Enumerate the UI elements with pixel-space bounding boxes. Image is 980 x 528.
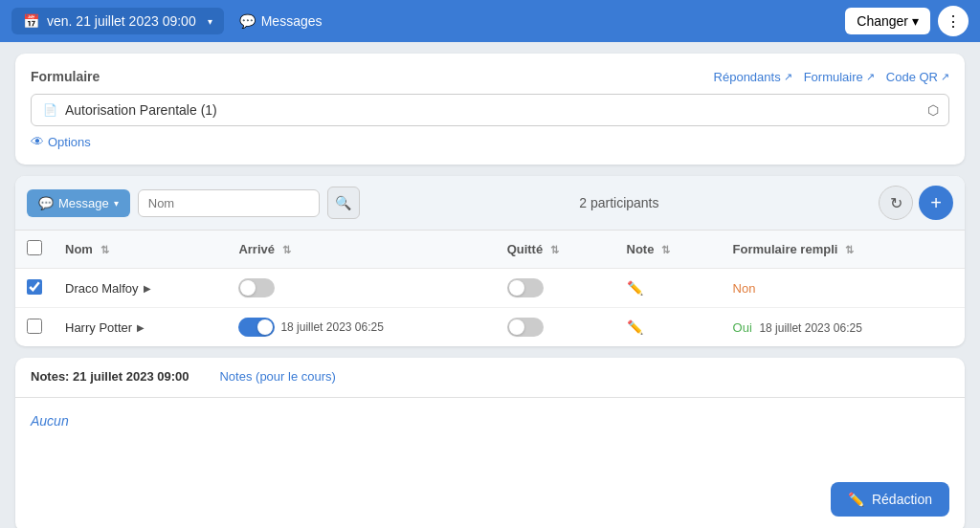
row2-arrive-cell: 18 juillet 2023 06:25: [227, 308, 495, 347]
toolbar-right: ↻ +: [879, 186, 953, 220]
redaction-label: Rédaction: [872, 492, 932, 507]
formulaire-link-label: Formulaire: [804, 70, 863, 84]
date-chevron-icon: ▾: [208, 16, 212, 27]
row2-formulaire-cell: Oui 18 juillet 2023 06:25: [722, 308, 965, 347]
row1-formulaire-status: Non: [733, 281, 756, 296]
top-bar-left: 📅 ven. 21 juillet 2023 09:00 ▾ 💬 Message…: [11, 8, 323, 34]
header-nom: Nom ⇅: [54, 231, 227, 269]
top-bar-right: Changer ▾ ⋮: [845, 6, 969, 36]
message-icon: 💬: [38, 196, 54, 210]
table-row: Draco Malfoy ▶: [15, 269, 965, 308]
participants-count: 2 participants: [368, 195, 871, 210]
notes-tab1-label: Notes: 21 juillet 2023 09:00: [31, 369, 189, 384]
row2-name-cell: Harry Potter ▶: [54, 308, 227, 347]
qr-code-label: Code QR: [886, 70, 938, 84]
row1-checkbox[interactable]: [27, 279, 42, 295]
messages-icon: 💬: [239, 13, 256, 29]
row2-arrive-toggle[interactable]: [238, 318, 275, 337]
add-icon: +: [930, 192, 942, 214]
dots-icon: ⋮: [946, 12, 961, 31]
add-participant-button[interactable]: +: [919, 186, 953, 220]
row1-name-cell: Draco Malfoy ▶: [54, 269, 227, 308]
refresh-button[interactable]: ↻: [879, 186, 913, 220]
repondants-link[interactable]: Répondants ↗: [714, 70, 792, 84]
row2-formulaire-status: Oui: [733, 320, 752, 335]
header-formulaire: Formulaire rempli ⇅: [722, 231, 965, 269]
messages-link[interactable]: 💬 Messages: [239, 13, 323, 29]
message-dropdown-button[interactable]: 💬 Message ▾: [27, 189, 130, 217]
eye-icon: 👁: [31, 134, 44, 149]
header-checkbox-col: [15, 231, 54, 269]
formulaire-sort-icon: ⇅: [845, 244, 854, 255]
row1-arrive-toggle[interactable]: [238, 278, 275, 297]
formulaire-ext-icon: ↗: [866, 71, 875, 83]
formulaire-title: Formulaire: [31, 69, 100, 84]
notes-tab2-label: Notes (pour le cours): [219, 369, 335, 384]
name-search-input[interactable]: [138, 189, 320, 217]
row1-formulaire-cell: Non: [722, 269, 965, 308]
changer-chevron-icon: ▾: [912, 13, 919, 29]
options-link[interactable]: 👁 Options: [31, 134, 949, 149]
repondants-label: Répondants: [714, 70, 781, 84]
form-select-wrapper: 📄 Autorisation Parentale (1) ⬡: [31, 94, 949, 126]
row1-expand-icon[interactable]: ▶: [144, 283, 151, 294]
nom-sort-icon: ⇅: [100, 244, 109, 255]
notes-tab-course[interactable]: Notes (pour le cours): [204, 358, 350, 397]
row1-note-cell: ✏️: [615, 269, 722, 308]
form-card-links: Répondants ↗ Formulaire ↗ Code QR ↗: [714, 70, 949, 84]
header-note: Note ⇅: [615, 231, 722, 269]
row2-formulaire-date: 18 juillet 2023 06:25: [759, 321, 861, 335]
changer-button[interactable]: Changer ▾: [845, 8, 930, 34]
formulaire-link[interactable]: Formulaire ↗: [804, 70, 875, 84]
changer-label: Changer: [857, 13, 908, 29]
row1-arrive-cell: [227, 269, 495, 308]
notes-empty-label: Aucun: [31, 413, 69, 429]
row2-checkbox-cell: [15, 308, 54, 347]
table-header-row: Nom ⇅ Arrivé ⇅ Quitté ⇅ Note ⇅: [15, 231, 965, 269]
notes-card: Notes: 21 juillet 2023 09:00 Notes (pour…: [15, 358, 965, 528]
row2-quitte-toggle[interactable]: [507, 318, 544, 337]
row2-expand-icon[interactable]: ▶: [137, 322, 145, 333]
refresh-icon: ↻: [890, 194, 902, 212]
search-icon: 🔍: [335, 195, 351, 210]
qr-code-link[interactable]: Code QR ↗: [886, 70, 949, 84]
row1-name: Draco Malfoy: [65, 281, 139, 296]
participants-table: Nom ⇅ Arrivé ⇅ Quitté ⇅ Note ⇅: [15, 231, 965, 346]
row2-note-edit-icon[interactable]: ✏️: [627, 319, 643, 335]
notes-tab-session[interactable]: Notes: 21 juillet 2023 09:00: [15, 358, 204, 397]
quitte-sort-icon: ⇅: [550, 244, 559, 255]
header-arrive: Arrivé ⇅: [227, 231, 495, 269]
row1-quitte-toggle[interactable]: [507, 278, 544, 297]
date-label: ven. 21 juillet 2023 09:00: [47, 13, 196, 29]
top-bar: 📅 ven. 21 juillet 2023 09:00 ▾ 💬 Message…: [0, 0, 980, 42]
notes-content: Aucun: [15, 398, 965, 474]
calendar-icon: 📅: [23, 13, 39, 29]
formulaire-card: Formulaire Répondants ↗ Formulaire ↗ Cod…: [15, 54, 965, 165]
participants-toolbar: 💬 Message ▾ 🔍 2 participants ↻ +: [15, 176, 965, 231]
row2-note-cell: ✏️: [615, 308, 722, 347]
row1-quitte-cell: [496, 269, 615, 308]
row1-note-edit-icon[interactable]: ✏️: [627, 280, 643, 296]
notes-tabs: Notes: 21 juillet 2023 09:00 Notes (pour…: [15, 358, 965, 398]
redaction-button[interactable]: ✏️ Rédaction: [831, 482, 949, 517]
row2-arrive-date: 18 juillet 2023 06:25: [280, 320, 383, 334]
row1-checkbox-cell: [15, 269, 54, 308]
select-all-checkbox[interactable]: [27, 240, 42, 255]
header-quitte: Quitté ⇅: [496, 231, 615, 269]
date-button[interactable]: 📅 ven. 21 juillet 2023 09:00 ▾: [11, 8, 224, 34]
qr-ext-icon: ↗: [941, 71, 949, 83]
message-btn-label: Message: [58, 196, 109, 210]
more-options-button[interactable]: ⋮: [938, 6, 969, 36]
search-button[interactable]: 🔍: [327, 187, 360, 219]
row2-name: Harry Potter: [65, 320, 132, 335]
messages-label: Messages: [261, 13, 323, 29]
main-content: Formulaire Répondants ↗ Formulaire ↗ Cod…: [0, 42, 980, 528]
form-select[interactable]: Autorisation Parentale (1): [65, 102, 937, 118]
message-chevron-icon: ▾: [114, 198, 119, 209]
note-sort-icon: ⇅: [661, 244, 670, 255]
form-doc-icon: 📄: [43, 103, 57, 117]
options-label: Options: [48, 135, 91, 149]
arrive-sort-icon: ⇅: [282, 244, 291, 255]
table-row: Harry Potter ▶ 18 juillet 2023 06:25: [15, 308, 965, 347]
row2-checkbox[interactable]: [27, 319, 42, 334]
